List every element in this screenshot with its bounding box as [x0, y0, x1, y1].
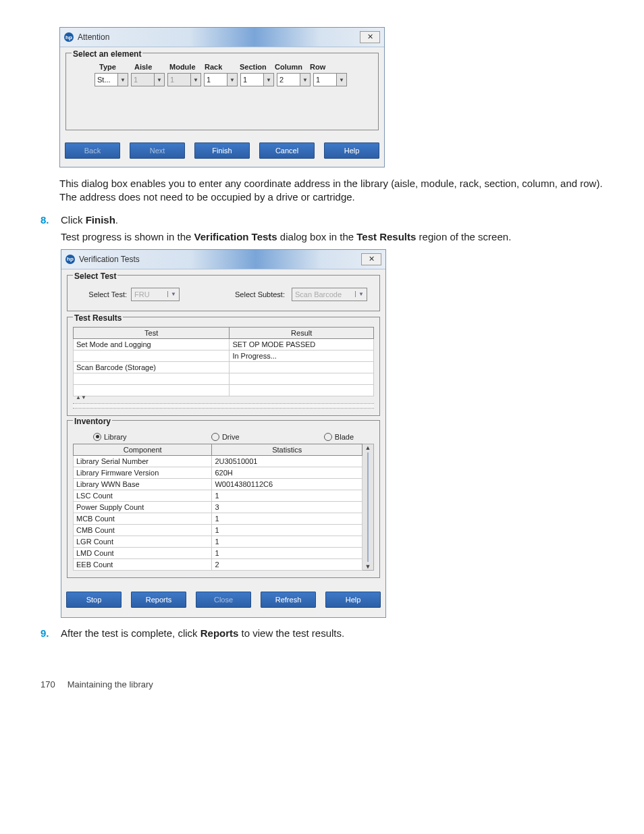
- chevron-down-icon[interactable]: ▼: [167, 291, 179, 297]
- chevron-down-icon[interactable]: ▼: [336, 74, 346, 86]
- radio-icon: [211, 433, 219, 441]
- sort-arrows-icon[interactable]: ▲▼: [76, 394, 374, 400]
- test-results-fieldset: Test Results Test Result Set Mode and Lo…: [67, 317, 380, 416]
- verification-tests-dialog: hp Verification Tests ✕ Select Test Sele…: [61, 249, 386, 618]
- section-dropdown[interactable]: 1▼: [240, 73, 274, 86]
- column-dropdown[interactable]: 2▼: [277, 73, 311, 86]
- table-row: LMD Count1: [74, 547, 363, 558]
- chevron-down-icon[interactable]: ▼: [263, 74, 273, 86]
- element-column-headers: Type Aisle Module Rack Section Column Ro…: [72, 63, 373, 71]
- step-8-number: 8.: [41, 214, 49, 226]
- chevron-down-icon[interactable]: ▼: [154, 74, 164, 86]
- select-test-legend: Select Test: [73, 271, 117, 281]
- select-element-fieldset: Select an element Type Aisle Module Rack…: [65, 53, 379, 130]
- finish-button[interactable]: Finish: [194, 142, 250, 159]
- col-aisle: Aisle: [134, 63, 169, 71]
- blade-radio[interactable]: Blade: [324, 433, 354, 441]
- col-rack: Rack: [205, 63, 240, 71]
- aisle-dropdown[interactable]: 1▼: [131, 73, 165, 86]
- col-test-header: Test: [74, 327, 230, 338]
- radio-icon: [324, 433, 332, 441]
- verification-title: Verification Tests: [79, 255, 140, 264]
- chevron-down-icon[interactable]: ▼: [190, 74, 200, 86]
- table-row: Library Serial Number2U30510001: [74, 455, 363, 467]
- col-type: Type: [99, 63, 134, 71]
- section-title: Maintaining the library: [68, 679, 153, 689]
- table-row: [74, 373, 374, 384]
- scroll-thumb[interactable]: [367, 452, 369, 562]
- table-row: Power Supply Count3: [74, 501, 363, 513]
- table-row: EEB Count2: [74, 558, 363, 570]
- chevron-down-icon[interactable]: ▼: [117, 74, 128, 86]
- type-dropdown[interactable]: St...▼: [95, 73, 128, 86]
- close-button[interactable]: Close: [196, 592, 251, 608]
- page-number: 170: [41, 679, 65, 689]
- col-section: Section: [240, 63, 275, 71]
- attention-dialog: hp Attention ✕ Select an element Type Ai…: [59, 27, 385, 167]
- table-row: In Progress...: [74, 350, 374, 361]
- col-result-header: Result: [230, 327, 374, 338]
- table-row: Library WWN BaseW0014380112C6: [74, 478, 363, 490]
- row-dropdown[interactable]: 1▼: [313, 73, 347, 86]
- col-component-header: Component: [74, 444, 212, 455]
- hp-logo-icon: hp: [64, 32, 74, 42]
- col-row: Row: [310, 63, 345, 71]
- drive-radio[interactable]: Drive: [211, 433, 240, 441]
- library-radio[interactable]: Library: [93, 433, 127, 441]
- table-row: Set Mode and Logging SET OP MODE PASSED: [74, 338, 374, 350]
- refresh-button[interactable]: Refresh: [261, 592, 316, 608]
- test-results-table: Test Result Set Mode and Logging SET OP …: [73, 327, 374, 396]
- inventory-scrollbar[interactable]: ▲ ▼: [363, 444, 374, 571]
- attention-title: Attention: [78, 32, 109, 42]
- cancel-button[interactable]: Cancel: [259, 142, 315, 159]
- page-footer: 170 Maintaining the library: [41, 679, 603, 689]
- close-icon[interactable]: ✕: [361, 253, 381, 265]
- scroll-down-icon[interactable]: ▼: [365, 563, 371, 570]
- table-row: CMB Count1: [74, 524, 363, 536]
- verification-titlebar: hp Verification Tests ✕: [61, 250, 385, 269]
- verification-buttons: Stop Reports Close Refresh Help: [61, 583, 385, 617]
- hp-logo-icon: hp: [65, 255, 75, 264]
- inventory-table: Component Statistics Library Serial Numb…: [73, 444, 363, 571]
- select-subtest-dropdown[interactable]: Scan Barcode ▼: [292, 288, 367, 301]
- table-row: MCB Count1: [74, 513, 363, 524]
- close-icon[interactable]: ✕: [360, 31, 380, 43]
- scroll-up-icon[interactable]: ▲: [365, 444, 371, 451]
- radio-selected-icon: [93, 433, 101, 441]
- select-test-label: Select Test:: [80, 290, 127, 298]
- attention-description: This dialog box enables you to enter any…: [59, 177, 603, 205]
- test-results-legend: Test Results: [73, 313, 123, 323]
- next-button[interactable]: Next: [130, 142, 185, 159]
- select-subtest-label: Select Subtest:: [235, 290, 285, 298]
- attention-titlebar: hp Attention ✕: [60, 28, 384, 47]
- step-8: 8. Click Finish. Test progress is shown …: [41, 214, 603, 618]
- select-test-dropdown[interactable]: FRU ▼: [131, 288, 180, 301]
- back-button[interactable]: Back: [65, 142, 120, 159]
- col-module: Module: [169, 63, 205, 71]
- help-button[interactable]: Help: [324, 142, 379, 159]
- help-button[interactable]: Help: [325, 592, 381, 608]
- step-9: 9. After the test is complete, click Rep…: [41, 627, 603, 639]
- rack-dropdown[interactable]: 1▼: [204, 73, 238, 86]
- splitter-handle[interactable]: [73, 403, 374, 409]
- select-test-fieldset: Select Test Select Test: FRU ▼ Select Su…: [67, 275, 380, 311]
- table-row: LSC Count1: [74, 490, 363, 501]
- attention-buttons: Back Next Finish Cancel Help: [60, 136, 384, 167]
- chevron-down-icon[interactable]: ▼: [227, 74, 237, 86]
- table-row: Library Firmware Version620H: [74, 467, 363, 478]
- table-row: Scan Barcode (Storage): [74, 361, 374, 373]
- chevron-down-icon[interactable]: ▼: [300, 74, 310, 86]
- stop-button[interactable]: Stop: [66, 592, 122, 608]
- col-column: Column: [275, 63, 310, 71]
- table-row: LGR Count1: [74, 536, 363, 547]
- col-statistics-header: Statistics: [212, 444, 363, 455]
- inventory-legend: Inventory: [73, 417, 112, 426]
- select-element-legend: Select an element: [72, 49, 142, 59]
- reports-button[interactable]: Reports: [131, 592, 186, 608]
- step-9-number: 9.: [41, 627, 49, 639]
- inventory-fieldset: Inventory Library Drive Blade Component …: [67, 420, 380, 578]
- chevron-down-icon[interactable]: ▼: [355, 291, 367, 297]
- module-dropdown[interactable]: 1▼: [167, 73, 201, 86]
